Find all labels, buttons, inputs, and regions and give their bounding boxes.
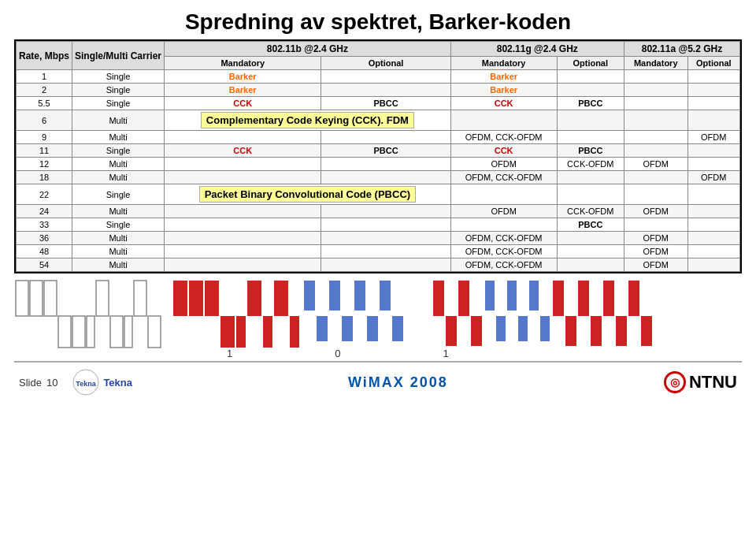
a-opt-cell: OFDM [687, 131, 739, 144]
svg-rect-40 [578, 281, 589, 316]
carrier-cell: Single [72, 144, 165, 158]
rate-cell: 54 [17, 258, 72, 272]
rate-cell: 36 [17, 232, 72, 245]
col-header-11g: 802.11g @2.4 GHz [450, 42, 624, 57]
g-mand-cell: Barker [450, 84, 557, 97]
svg-rect-27 [392, 316, 403, 341]
svg-rect-6 [96, 281, 109, 316]
annotation-pbcc: Packet Binary Convolutional Code (PBCC) [165, 184, 451, 205]
a-mand-cell: OFDM [624, 232, 687, 245]
table-row: 11 Single CCK PBCC CCK PBCC [17, 144, 740, 158]
svg-rect-3 [58, 316, 71, 348]
table-row: 2 Single Barker Barker [17, 84, 740, 97]
g-opt-cell: CCK-OFDM [557, 158, 624, 171]
svg-rect-22 [329, 281, 340, 311]
a-opt-cell [687, 205, 739, 218]
b-mand-cell: CCK [165, 144, 321, 158]
svg-rect-21 [317, 316, 328, 341]
b-mand-cell: CCK [165, 97, 321, 110]
carrier-cell: Multi [72, 245, 165, 258]
a-mand-cell [624, 171, 687, 184]
bit-label-1b: 1 [443, 348, 448, 359]
a-opt-cell: OFDM [687, 171, 739, 184]
b-opt-cell [321, 258, 450, 272]
svg-rect-38 [553, 281, 564, 316]
col-header-carrier: Single/Multi Carrier [72, 42, 165, 70]
ntnu-circle-icon: ◎ [664, 371, 686, 393]
svg-rect-5 [87, 316, 94, 348]
a-mand-cell: OFDM [624, 258, 687, 272]
svg-rect-14 [220, 316, 235, 348]
a-opt-cell [687, 158, 739, 171]
svg-rect-7 [110, 316, 123, 348]
a-mand-cell [624, 110, 687, 131]
svg-rect-20 [304, 281, 315, 311]
g-mand-cell [450, 218, 557, 232]
table-row: 36 Multi OFDM, CCK-OFDM OFDM [17, 232, 740, 245]
carrier-cell: Single [72, 218, 165, 232]
a-mand-cell: OFDM [624, 158, 687, 171]
b-opt-cell [321, 158, 450, 171]
g-mand-cell [450, 110, 557, 131]
page-title: Spredning av spektret, Barker-koden [0, 0, 756, 39]
slide-number: 10 [46, 377, 57, 389]
b-mand-cell [165, 205, 321, 218]
carrier-cell: Multi [72, 232, 165, 245]
rate-cell: 1 [17, 70, 72, 84]
svg-rect-29 [446, 316, 457, 346]
b-opt-cell: PBCC [321, 144, 450, 158]
rate-cell: 22 [17, 184, 72, 205]
table-row: 9 Multi OFDM, CCK-OFDM OFDM [17, 131, 740, 144]
table-row: 1 Single Barker Barker [17, 70, 740, 84]
sub-header-11b-optional: Optional [321, 57, 450, 70]
a-mand-cell [624, 144, 687, 158]
b-mand-cell: Barker [165, 70, 321, 84]
svg-rect-45 [641, 316, 652, 346]
rate-cell: 9 [17, 131, 72, 144]
svg-rect-36 [529, 281, 539, 311]
b-opt-cell [321, 84, 450, 97]
table-row: 22 Single Packet Binary Convolutional Co… [17, 184, 740, 205]
carrier-cell: Multi [72, 205, 165, 218]
svg-rect-8 [124, 316, 132, 348]
a-mand-cell: OFDM [624, 205, 687, 218]
bit-label-1: 1 [227, 348, 232, 359]
a-opt-cell [687, 84, 739, 97]
rate-cell: 48 [17, 245, 72, 258]
svg-rect-12 [189, 281, 203, 316]
sub-header-11g-mandatory: Mandatory [450, 57, 557, 70]
b-mand-cell [165, 245, 321, 258]
table-row: 5.5 Single CCK PBCC CCK PBCC [17, 97, 740, 110]
svg-rect-18 [274, 281, 288, 316]
a-mand-cell [624, 184, 687, 205]
ntnu-logo: ◎ NTNU [664, 371, 737, 393]
g-mand-cell: CCK [450, 144, 557, 158]
rate-cell: 33 [17, 218, 72, 232]
tekna-text: Tekna [103, 377, 132, 389]
g-mand-cell: OFDM, CCK-OFDM [450, 131, 557, 144]
svg-rect-42 [603, 281, 614, 316]
svg-rect-39 [565, 316, 576, 346]
a-opt-cell [687, 184, 739, 205]
svg-rect-25 [367, 316, 378, 341]
b-opt-cell [321, 70, 450, 84]
table-row: 6 Multi Complementary Code Keying (CCK).… [17, 110, 740, 131]
table-row: 48 Multi OFDM, CCK-OFDM OFDM [17, 245, 740, 258]
svg-rect-43 [616, 316, 627, 346]
red-blue-sequence-svg [172, 277, 416, 351]
b-mand-cell [165, 131, 321, 144]
barker-visualization-area: 1 0 1 [14, 277, 742, 359]
g-mand-cell [450, 184, 557, 205]
a-mand-cell [624, 84, 687, 97]
cck-annotation: Complementary Code Keying (CCK). FDM [201, 112, 414, 128]
table-row: 54 Multi OFDM, CCK-OFDM OFDM [17, 258, 740, 272]
svg-rect-31 [471, 316, 482, 346]
g-mand-cell: OFDM [450, 205, 557, 218]
svg-rect-23 [342, 316, 353, 341]
carrier-cell: Single [72, 184, 165, 205]
g-opt-cell [557, 184, 624, 205]
svg-rect-10 [148, 316, 161, 348]
b-mand-cell: Barker [165, 84, 321, 97]
b-mand-cell [165, 218, 321, 232]
b-opt-cell [321, 131, 450, 144]
